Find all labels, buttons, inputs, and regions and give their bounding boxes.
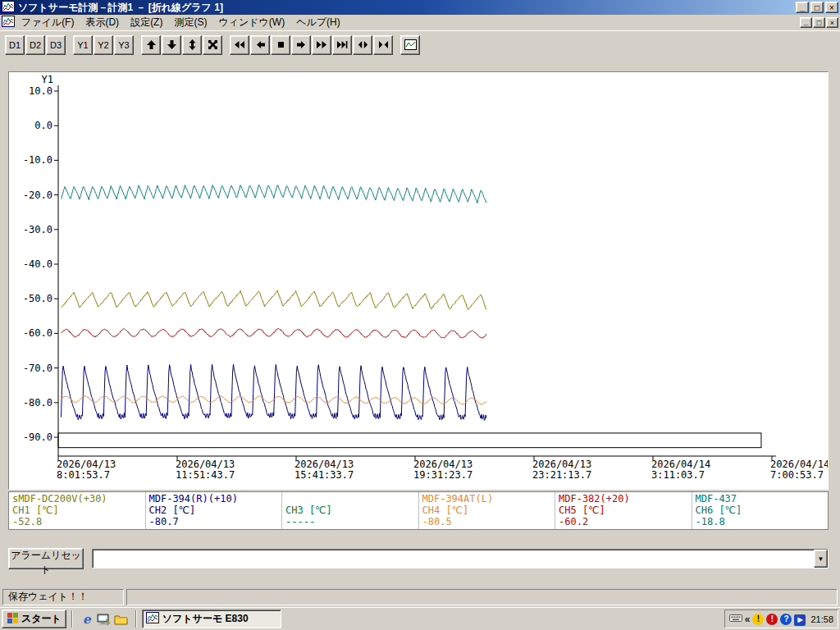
- question-icon[interactable]: ?: [780, 613, 792, 625]
- series-ch2: [62, 364, 487, 420]
- mini-graph-icon: [404, 39, 417, 50]
- toolbar-group: [400, 35, 420, 55]
- folder-icon[interactable]: [114, 612, 129, 627]
- forward-end-icon: [336, 39, 348, 50]
- d1-button[interactable]: D1: [5, 35, 25, 55]
- fast-forward-button[interactable]: [312, 35, 331, 55]
- warning-icon[interactable]: !: [752, 613, 764, 625]
- close-button[interactable]: ×: [825, 2, 838, 13]
- jump-end-button[interactable]: [332, 35, 352, 55]
- jump-start-button[interactable]: [230, 35, 249, 55]
- x-tick-label: 2026/04/147:00:53.7: [770, 459, 828, 481]
- mdi-child-icon[interactable]: [2, 16, 15, 30]
- graph-view-button[interactable]: [400, 35, 420, 55]
- menu-measure[interactable]: 測定(S): [168, 15, 212, 30]
- legend-channel-5: MDF-382(+20)CH5 [℃]-60.2: [555, 492, 692, 529]
- mdi-minimize-button[interactable]: _: [800, 17, 812, 28]
- combobox-dropdown-button[interactable]: ▼: [814, 550, 828, 568]
- y3-button[interactable]: Y3: [114, 35, 134, 55]
- menu-window[interactable]: ウィンドウ(W): [212, 15, 290, 30]
- chevrons-icon[interactable]: «: [745, 614, 751, 625]
- legend-channel: CH2 [℃]: [149, 504, 279, 516]
- step-back-button[interactable]: [250, 35, 270, 55]
- error-icon[interactable]: !: [766, 613, 778, 625]
- scroll-up-button[interactable]: [141, 35, 161, 55]
- menu-view[interactable]: 表示(D): [80, 15, 125, 30]
- app-window: ソフトサーモ計測－計測1 － [折れ線グラフ 1] _□× ファイル(F)表示(…: [0, 0, 840, 607]
- rewind-icon: [234, 39, 245, 50]
- y-tick-label: 10.0: [29, 85, 52, 97]
- toolbar-group: [141, 35, 222, 55]
- app-icon-small: [146, 612, 159, 626]
- restore-button[interactable]: □: [810, 2, 824, 13]
- legend-value: -60.2: [559, 516, 688, 527]
- menu-items: ファイル(F)表示(D)設定(Z)測定(S)ウィンドウ(W)ヘルプ(H): [16, 15, 346, 30]
- expand-y-button[interactable]: [182, 35, 202, 55]
- y-tick-label: -80.0: [23, 397, 52, 409]
- mdi-window-controls: _□×: [800, 17, 838, 28]
- d3-button[interactable]: D3: [46, 35, 66, 55]
- taskbar-clock: 21:58: [808, 614, 833, 624]
- mdi-restore-button[interactable]: □: [813, 17, 825, 28]
- menu-file[interactable]: ファイル(F): [16, 15, 80, 30]
- titlebar: ソフトサーモ計測－計測1 － [折れ線グラフ 1] _□×: [0, 0, 840, 15]
- app-icon: [2, 1, 15, 15]
- x-tick-label: 2026/04/1315:41:33.7: [294, 459, 354, 481]
- arrow-up-icon: [146, 39, 157, 50]
- forward-icon: [316, 39, 327, 50]
- status-message: 保存ウェイト！！: [8, 590, 88, 604]
- y2-button[interactable]: Y2: [94, 35, 113, 55]
- status-message-panel: 保存ウェイト！！: [2, 589, 124, 605]
- expand-h-icon: [358, 39, 368, 50]
- legend-name: MDF-394AT(L): [422, 493, 552, 504]
- start-button[interactable]: スタート: [2, 609, 66, 628]
- y-tick-label: 0.0: [34, 120, 52, 131]
- y-tick-label: -30.0: [23, 224, 52, 235]
- taskbar-separator: [71, 610, 73, 628]
- toolbar-group: Y1Y2Y3: [73, 35, 134, 55]
- keyboard-icon[interactable]: [729, 611, 742, 627]
- y-tick-label: -50.0: [23, 293, 52, 304]
- y1-button[interactable]: Y1: [73, 35, 93, 55]
- fit-button[interactable]: [203, 35, 222, 55]
- legend-name: [285, 493, 415, 504]
- minimize-button[interactable]: _: [796, 2, 809, 13]
- client-area: Y110.00.0-10.0-20.0-30.0-40.0-50.0-60.0-…: [0, 58, 840, 587]
- toolbar: D1D2D3Y1Y2Y3: [0, 30, 840, 58]
- menu-settings[interactable]: 設定(Z): [125, 15, 168, 30]
- legend-channel: CH1 [℃]: [12, 504, 142, 516]
- alarm-reset-button[interactable]: アラームリセット: [8, 548, 84, 569]
- legend-channel-1: sMDF-DC200V(+30)CH1 [℃]-52.8: [9, 492, 146, 529]
- alarm-combobox-value: [93, 550, 814, 568]
- legend-name: MDF-382(+20): [559, 493, 688, 504]
- ie-icon[interactable]: e: [80, 612, 94, 627]
- legend-channel: CH6 [℃]: [696, 504, 825, 516]
- y-tick-label: -60.0: [23, 327, 52, 339]
- taskbar-task-button[interactable]: ソフトサーモ E830: [142, 609, 281, 628]
- play-icon[interactable]: ▶: [794, 613, 806, 626]
- legend-channel-2: MDF-394(R)(+10)CH2 [℃]-80.7: [146, 492, 283, 529]
- alarm-combobox[interactable]: ▼: [92, 549, 829, 568]
- show-desktop-icon[interactable]: [97, 612, 112, 627]
- start-button-label: スタート: [21, 612, 62, 626]
- d2-button[interactable]: D2: [25, 35, 45, 55]
- step-forward-button[interactable]: [291, 35, 311, 55]
- mdi-close-button[interactable]: ×: [826, 17, 838, 28]
- window-title: ソフトサーモ計測－計測1 － [折れ線グラフ 1]: [18, 0, 792, 15]
- status-empty-panel: [126, 589, 838, 605]
- stop-icon: [276, 39, 286, 50]
- alarm-row: アラームリセット ▼: [8, 548, 829, 569]
- series-ch5: [62, 329, 487, 339]
- compress-x-button[interactable]: [373, 35, 393, 55]
- window-controls: _□×: [796, 2, 838, 13]
- y-tick-label: -70.0: [23, 363, 52, 374]
- legend-value: -80.7: [149, 516, 279, 527]
- stop-button[interactable]: [271, 35, 290, 55]
- menu-help[interactable]: ヘルプ(H): [290, 15, 346, 30]
- chart-panel: Y110.00.0-10.0-20.0-30.0-40.0-50.0-60.0-…: [8, 71, 829, 490]
- expand-x-button[interactable]: [353, 35, 372, 55]
- legend-channel: CH4 [℃]: [422, 504, 552, 516]
- time-range-box: [58, 433, 761, 448]
- scroll-down-button[interactable]: [162, 35, 181, 55]
- series-ch6: [62, 185, 487, 203]
